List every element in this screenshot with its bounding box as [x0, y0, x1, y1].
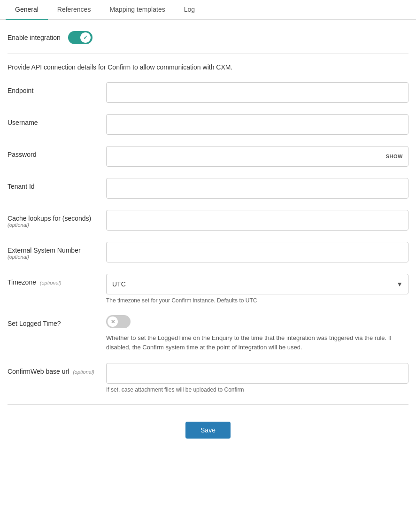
- endpoint-field-col: [106, 82, 408, 103]
- username-label-col: Username: [8, 114, 106, 126]
- main-content: Enable integration ✓ Provide API connect…: [0, 20, 416, 457]
- cache-lookups-row: Cache lookups for (seconds) (optional): [8, 210, 408, 231]
- cache-lookups-field-col: [106, 210, 408, 231]
- set-logged-time-field-col: ✕ Whether to set the LoggedTime on the E…: [106, 315, 408, 352]
- external-system-number-label-col: External System Number (optional): [8, 242, 106, 260]
- password-label: Password: [8, 151, 36, 158]
- timezone-hint: The timezone set for your Confirm instan…: [106, 297, 408, 304]
- confirmweb-base-url-label: ConfirmWeb base url: [8, 368, 69, 375]
- tenant-id-label-col: Tenant Id: [8, 178, 106, 190]
- tab-bar: General References Mapping templates Log: [0, 0, 416, 20]
- enable-integration-row: Enable integration ✓: [8, 31, 408, 54]
- toggle-off-thumb: ✕: [108, 316, 118, 327]
- toggle-x-icon: ✕: [111, 319, 115, 325]
- confirmweb-base-url-optional: (optional): [73, 369, 94, 375]
- confirmweb-base-url-field-col: If set, case attachment files will be up…: [106, 363, 408, 393]
- timezone-label: Timezone: [8, 278, 36, 286]
- set-logged-time-label-col: Set Logged Time?: [8, 315, 106, 327]
- external-system-number-optional: (optional): [8, 254, 106, 260]
- set-logged-time-toggle[interactable]: ✕: [106, 315, 131, 328]
- password-label-col: Password: [8, 146, 106, 158]
- username-field-col: [106, 114, 408, 135]
- password-input[interactable]: [106, 146, 408, 167]
- set-logged-time-label: Set Logged Time?: [8, 320, 61, 327]
- endpoint-label: Endpoint: [8, 87, 33, 94]
- set-logged-time-description: Whether to set the LoggedTime on the Enq…: [106, 333, 408, 352]
- timezone-select[interactable]: UTC GMT EST PST CST MST: [106, 274, 408, 294]
- toggle-check-icon: ✓: [83, 34, 88, 41]
- tab-log[interactable]: Log: [175, 0, 204, 20]
- username-input[interactable]: [106, 114, 408, 135]
- save-button[interactable]: Save: [185, 422, 231, 439]
- tab-general[interactable]: General: [6, 0, 48, 20]
- timezone-select-wrapper: UTC GMT EST PST CST MST ▼: [106, 274, 408, 294]
- cache-lookups-label: Cache lookups for (seconds): [8, 215, 106, 222]
- cache-lookups-optional: (optional): [8, 222, 106, 228]
- api-description: Provide API connection details for Confi…: [8, 63, 408, 71]
- timezone-row: Timezone (optional) UTC GMT EST PST CST …: [8, 274, 408, 304]
- endpoint-label-col: Endpoint: [8, 82, 106, 94]
- cache-lookups-label-col: Cache lookups for (seconds) (optional): [8, 210, 106, 228]
- set-logged-time-row: Set Logged Time? ✕ Whether to set the Lo…: [8, 315, 408, 352]
- username-label: Username: [8, 119, 38, 126]
- bottom-divider: [8, 404, 408, 405]
- external-system-number-input[interactable]: [106, 242, 408, 262]
- external-system-number-row: External System Number (optional): [8, 242, 408, 262]
- confirmweb-base-url-label-col: ConfirmWeb base url (optional): [8, 363, 106, 375]
- timezone-field-col: UTC GMT EST PST CST MST ▼ The timezone s…: [106, 274, 408, 304]
- external-system-number-label: External System Number: [8, 247, 106, 254]
- tenant-id-input[interactable]: [106, 178, 408, 199]
- password-wrapper: SHOW: [106, 146, 408, 167]
- tab-references[interactable]: References: [48, 0, 100, 20]
- timezone-optional: (optional): [40, 280, 62, 285]
- enable-integration-label: Enable integration: [8, 34, 61, 41]
- save-row: Save: [8, 414, 408, 446]
- toggle-track: ✓: [68, 31, 92, 44]
- tenant-id-field-col: [106, 178, 408, 199]
- endpoint-input[interactable]: [106, 82, 408, 103]
- confirmweb-base-url-input[interactable]: [106, 363, 408, 384]
- tab-mapping-templates[interactable]: Mapping templates: [100, 0, 174, 20]
- cache-lookups-input[interactable]: [106, 210, 408, 231]
- confirmweb-base-url-row: ConfirmWeb base url (optional) If set, c…: [8, 363, 408, 393]
- toggle-thumb: ✓: [80, 32, 91, 43]
- timezone-label-col: Timezone (optional): [8, 274, 106, 286]
- toggle-off-track: ✕: [106, 315, 131, 328]
- enable-integration-toggle[interactable]: ✓: [68, 31, 92, 44]
- password-row: Password SHOW: [8, 146, 408, 167]
- show-password-button[interactable]: SHOW: [386, 154, 403, 159]
- tenant-id-label: Tenant Id: [8, 183, 35, 190]
- username-row: Username: [8, 114, 408, 135]
- endpoint-row: Endpoint: [8, 82, 408, 103]
- confirmweb-base-url-hint: If set, case attachment files will be up…: [106, 386, 408, 393]
- external-system-number-field-col: [106, 242, 408, 262]
- tenant-id-row: Tenant Id: [8, 178, 408, 199]
- password-field-col: SHOW: [106, 146, 408, 167]
